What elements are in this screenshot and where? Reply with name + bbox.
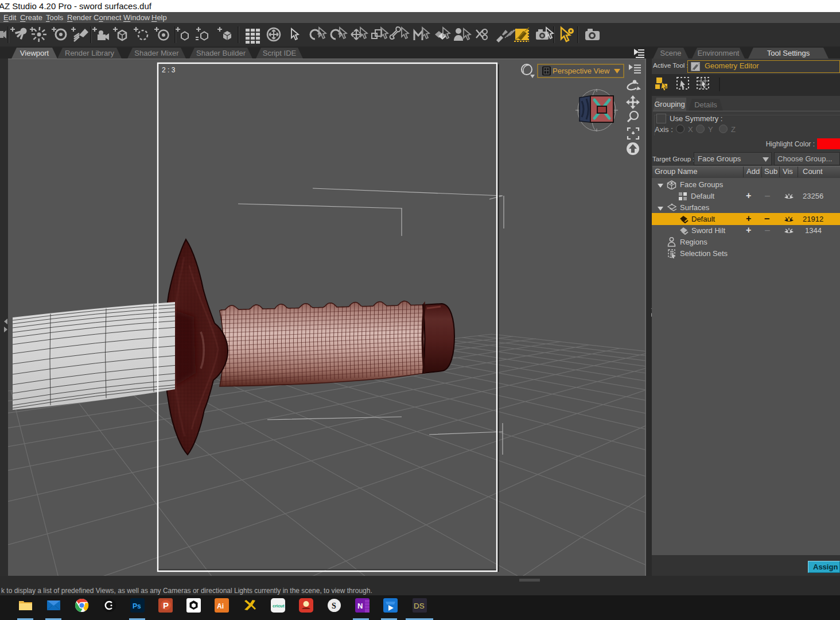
svg-text:Perspective View: Perspective View [553, 67, 610, 75]
svg-text:S: S [332, 602, 336, 610]
svg-text:2 : 3: 2 : 3 [162, 66, 176, 74]
svg-text:P: P [163, 600, 169, 610]
svg-text:N: N [357, 602, 363, 610]
svg-text:Ai: Ai [217, 602, 224, 610]
svg-text:cricut: cricut [273, 603, 285, 609]
svg-text:Ps: Ps [133, 602, 141, 610]
svg-text:DS: DS [414, 602, 425, 610]
